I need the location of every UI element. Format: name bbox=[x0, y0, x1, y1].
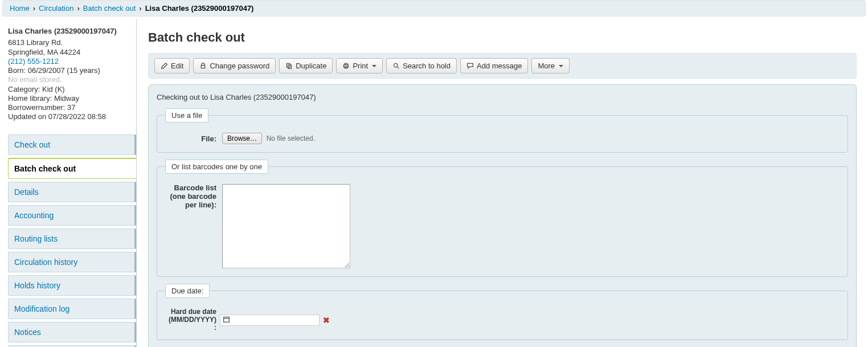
use-a-file-fieldset: Use a file File: Browse… No file selecte… bbox=[157, 108, 848, 153]
patron-phone[interactable]: (212) 555-1212 bbox=[8, 57, 59, 66]
patron-home-library: Home library: Midway bbox=[8, 94, 130, 103]
barcode-list-label: Barcode list (one barcode per line): bbox=[165, 184, 216, 210]
patron-updated: Updated on 07/28/2022 08:58 bbox=[8, 112, 130, 121]
lock-icon bbox=[199, 62, 207, 70]
svg-rect-0 bbox=[202, 66, 206, 68]
edit-button[interactable]: Edit bbox=[154, 58, 190, 74]
patron-borrower-number: Borrowernumber: 37 bbox=[8, 103, 130, 112]
sidebar-item-check-out[interactable]: Check out bbox=[8, 134, 136, 155]
breadcrumb-separator: › bbox=[33, 4, 35, 13]
clear-date-button[interactable]: ✖ bbox=[323, 316, 330, 325]
more-button[interactable]: More bbox=[531, 58, 570, 74]
print-button[interactable]: Print bbox=[336, 58, 383, 74]
add-message-button[interactable]: Add message bbox=[460, 58, 529, 74]
more-label: More bbox=[538, 62, 555, 70]
caret-down-icon bbox=[372, 65, 376, 67]
due-date-legend: Due date: bbox=[165, 284, 210, 298]
patron-info: Lisa Charles (23529000197047) 6813 Libra… bbox=[8, 27, 136, 122]
barcode-list-legend: Or list barcodes one by one bbox=[165, 160, 268, 174]
breadcrumb-batch[interactable]: Batch check out bbox=[83, 4, 136, 13]
hard-due-date-input[interactable] bbox=[232, 315, 319, 325]
patron-address-2: Springfield, MA 44224 bbox=[8, 48, 130, 57]
sidebar-tabs: Check out Batch check out Details Accoun… bbox=[8, 134, 136, 348]
print-label: Print bbox=[353, 62, 368, 70]
copy-icon bbox=[285, 62, 293, 70]
patron-email-empty: No email stored. bbox=[8, 75, 130, 84]
breadcrumb: Home › Circulation › Batch check out › L… bbox=[2, 0, 866, 17]
sidebar-item-modification-log[interactable]: Modification log bbox=[8, 299, 136, 319]
svg-rect-4 bbox=[345, 63, 347, 64]
sidebar-item-accounting[interactable]: Accounting bbox=[8, 205, 136, 226]
use-a-file-legend: Use a file bbox=[165, 108, 208, 123]
patron-name: Lisa Charles (23529000197047) bbox=[8, 27, 130, 36]
svg-point-6 bbox=[394, 63, 398, 67]
change-password-button[interactable]: Change password bbox=[193, 58, 276, 74]
patron-category: Category: Kid (K) bbox=[8, 85, 130, 94]
file-selected-status: No file selected. bbox=[267, 134, 315, 142]
breadcrumb-current: Lisa Charles (23529000197047) bbox=[145, 4, 254, 13]
action-toolbar: Edit Change password Duplicate Print Sea… bbox=[148, 53, 857, 79]
sidebar-item-batch-check-out[interactable]: Batch check out bbox=[8, 158, 136, 179]
search-to-hold-label: Search to hold bbox=[403, 62, 451, 70]
breadcrumb-separator: › bbox=[77, 4, 79, 13]
search-icon bbox=[392, 62, 400, 70]
patron-born: Born: 06/29/2007 (15 years) bbox=[8, 66, 130, 75]
caret-down-icon bbox=[559, 65, 563, 67]
sidebar-item-circulation-history[interactable]: Circulation history bbox=[8, 252, 136, 272]
browse-button[interactable]: Browse… bbox=[222, 133, 262, 144]
batch-checkout-form: Checking out to Lisa Charles (2352900019… bbox=[148, 84, 857, 347]
search-to-hold-button[interactable]: Search to hold bbox=[386, 58, 457, 74]
sidebar-item-details[interactable]: Details bbox=[8, 182, 136, 202]
sidebar-item-routing-lists[interactable]: Routing lists bbox=[8, 228, 136, 249]
breadcrumb-home[interactable]: Home bbox=[10, 4, 30, 13]
comment-icon bbox=[466, 62, 474, 70]
barcode-list-fieldset: Or list barcodes one by one Barcode list… bbox=[157, 160, 848, 277]
sidebar-item-holds-history[interactable]: Holds history bbox=[8, 275, 136, 296]
edit-button-label: Edit bbox=[171, 62, 183, 70]
sidebar-item-statistics[interactable]: Statistics bbox=[8, 345, 136, 348]
duplicate-button[interactable]: Duplicate bbox=[279, 58, 333, 74]
checking-out-to-text: Checking out to Lisa Charles (2352900019… bbox=[157, 93, 848, 101]
patron-address-1: 6813 Library Rd. bbox=[8, 38, 130, 47]
breadcrumb-circulation[interactable]: Circulation bbox=[39, 4, 73, 13]
file-label: File: bbox=[165, 133, 216, 143]
hard-due-date-label: Hard due date (MM/DD/YYYY) : bbox=[165, 308, 216, 332]
barcode-list-textarea[interactable] bbox=[222, 184, 350, 268]
hard-due-date-input-wrap[interactable] bbox=[220, 315, 320, 326]
sidebar-item-notices[interactable]: Notices bbox=[8, 322, 136, 342]
breadcrumb-separator: › bbox=[139, 4, 141, 13]
due-date-fieldset: Due date: Hard due date (MM/DD/YYYY) : ✖ bbox=[157, 284, 848, 340]
add-message-label: Add message bbox=[477, 62, 522, 70]
calendar-icon bbox=[220, 316, 232, 325]
page-title: Batch check out bbox=[148, 30, 857, 45]
duplicate-label: Duplicate bbox=[296, 62, 326, 70]
svg-rect-7 bbox=[224, 317, 230, 322]
print-icon bbox=[342, 62, 350, 70]
change-password-label: Change password bbox=[210, 62, 269, 70]
pencil-icon bbox=[161, 62, 168, 70]
